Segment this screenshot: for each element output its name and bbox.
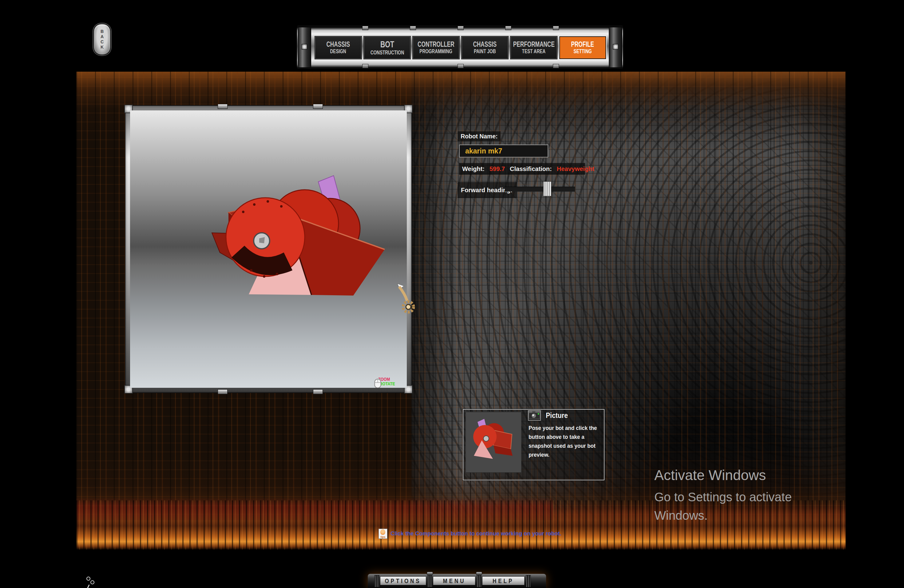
footer-connector [375, 575, 379, 587]
mouse-controls-legend: ┌ZOOM ▌-ROTATE [375, 377, 404, 386]
footer-nub [476, 572, 482, 575]
tab-label: DESIGN [330, 49, 346, 55]
corner-mark-circle [86, 577, 90, 581]
forward-heading-slider-track[interactable] [505, 187, 575, 191]
tab-label: CHASSIS [473, 40, 497, 48]
picture-panel: Picture Pose your bot and click the butt… [463, 409, 605, 481]
bot-3d-scene[interactable]: ┌ZOOM ▌-ROTATE [130, 111, 407, 388]
navbar-left-endcap [298, 27, 311, 68]
frame-clamp [218, 104, 228, 109]
weight-value: 599.7 [490, 166, 505, 172]
bolt-icon [302, 44, 307, 49]
corner-mark-slash [85, 585, 90, 588]
back-button-label: BACK [100, 29, 104, 50]
navbar-right-endcap [609, 27, 622, 68]
corner-mark-circle [90, 580, 95, 584]
footer-connector [526, 575, 531, 587]
picture-title: Picture [546, 411, 568, 420]
tab-chassis-paint-job[interactable]: CHASSIS PAINT JOB [461, 36, 508, 59]
app-root: BACK CHASSIS DESIGN BOT CONSTRUCTION CON… [0, 0, 904, 588]
tab-label: SETTING [574, 49, 592, 55]
tab-label: BOT [380, 39, 394, 49]
picture-instructions-line: snapshot used as your bot [529, 442, 598, 450]
tab-label: TEST AREA [522, 49, 546, 55]
activate-windows-subtext: Go to Settings to activate Windows. [654, 488, 792, 525]
forward-heading-slider-handle[interactable] [543, 182, 551, 196]
take-snapshot-button[interactable] [528, 410, 541, 421]
navbar-clamp [505, 26, 511, 30]
tip-statusbar: tips Click the Components button to cont… [379, 529, 571, 539]
activate-windows-line2: Windows. [654, 506, 792, 525]
tips-lightbulb-icon: tips [379, 529, 387, 539]
frame-clamp [218, 389, 228, 394]
tab-label: PROGRAMMING [420, 49, 453, 55]
robot-3d-preview [130, 111, 406, 387]
tab-chassis-design[interactable]: CHASSIS DESIGN [315, 36, 362, 59]
footer-bar: OPTIONS MENU HELP [368, 574, 546, 588]
tab-bot-construction[interactable]: BOT CONSTRUCTION [364, 36, 411, 59]
help-button[interactable]: HELP [482, 576, 525, 585]
activate-windows-line1: Go to Settings to activate [654, 488, 792, 506]
tab-label: CHASSIS [327, 40, 350, 48]
weight-row: Weight: 599.7 Classification: Heavyweigh… [459, 163, 585, 175]
frame-clamp [313, 104, 323, 109]
tab-strip: CHASSIS DESIGN BOT CONSTRUCTION CONTROLL… [315, 36, 606, 59]
tips-label: tips [379, 536, 387, 539]
tab-performance-test-area[interactable]: PERFORMANCE TEST AREA [510, 36, 557, 59]
picture-instructions-line: Pose your bot and click the [529, 424, 598, 433]
bot-snapshot-thumbnail [466, 412, 522, 473]
bot-3d-viewport[interactable]: ┌ZOOM ▌-ROTATE [125, 106, 411, 392]
activate-windows-title: Activate Windows [654, 467, 766, 484]
footer-nub [427, 572, 433, 575]
tip-message: Click the Components button to continue … [390, 529, 561, 538]
tab-profile-setting[interactable]: PROFILE SETTING [559, 36, 606, 59]
frame-clamp [313, 389, 323, 394]
mouse-icon [374, 379, 382, 388]
picture-instructions-line: button above to take a [529, 433, 598, 442]
back-button[interactable]: BACK [93, 24, 111, 55]
tab-label: PROFILE [571, 40, 594, 48]
menu-button[interactable]: MENU [433, 576, 476, 585]
classification-label: Classification: [510, 166, 552, 172]
tab-label: PAINT JOB [474, 49, 496, 55]
navbar-clamp [410, 26, 416, 30]
tab-label: PERFORMANCE [513, 40, 555, 48]
navbar-clamp [458, 26, 464, 30]
navbar-clamp [362, 64, 368, 68]
classification-value: Heavyweight [557, 166, 594, 172]
navbar-clamp [553, 26, 559, 30]
bot-snapshot-image [466, 412, 521, 473]
navbar-clamp [553, 64, 559, 68]
navbar-clamp [458, 64, 464, 68]
options-button[interactable]: OPTIONS [380, 576, 426, 585]
tab-controller-programming[interactable]: CONTROLLER PROGRAMMING [412, 36, 459, 59]
camera-icon [529, 411, 540, 419]
bolt-icon [613, 44, 618, 49]
tab-label: CONSTRUCTION [370, 49, 404, 56]
weight-label: Weight: [462, 166, 485, 172]
bulb-glyph [380, 529, 385, 535]
robot-name-label: Robot Name: [458, 131, 501, 141]
footer-connector [477, 575, 482, 587]
tab-label: CONTROLLER [417, 40, 454, 48]
top-navbar: CHASSIS DESIGN BOT CONSTRUCTION CONTROLL… [297, 25, 623, 69]
footer-connector [427, 575, 432, 587]
navbar-clamp [362, 26, 368, 30]
picture-instructions-line: preview. [529, 450, 598, 460]
picture-instructions: Pose your bot and click the button above… [529, 424, 598, 460]
robot-name-input[interactable] [459, 145, 548, 158]
